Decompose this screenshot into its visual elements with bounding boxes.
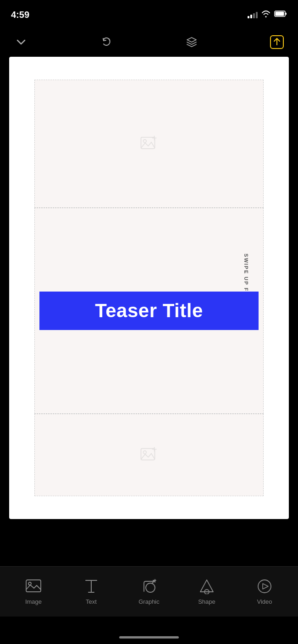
- svg-rect-1: [286, 13, 287, 15]
- shape-tool-icon: [199, 578, 215, 595]
- svg-point-7: [143, 140, 147, 143]
- teaser-title-block[interactable]: Teaser Title: [39, 292, 259, 330]
- graphic-tool-icon: [141, 578, 157, 595]
- bottom-toolbar: Image Text Graphic: [0, 566, 298, 617]
- home-indicator: [119, 636, 179, 639]
- graphic-tool-label: Graphic: [138, 598, 160, 605]
- image-placeholder-bottom: [140, 446, 158, 464]
- video-tool-icon: [256, 578, 273, 595]
- tool-shape[interactable]: Shape: [184, 578, 230, 605]
- chevron-down-button[interactable]: [11, 32, 31, 52]
- svg-point-20: [146, 583, 155, 592]
- teaser-title-text: Teaser Title: [95, 300, 203, 321]
- svg-point-19: [28, 582, 31, 585]
- panel-bottom[interactable]: [34, 414, 264, 496]
- image-tool-label: Image: [25, 598, 42, 605]
- tool-video[interactable]: Video: [242, 578, 287, 605]
- undo-button[interactable]: [96, 32, 116, 52]
- svg-marker-3: [187, 38, 196, 42]
- status-bar: 4:59: [0, 0, 298, 27]
- svg-rect-18: [26, 580, 41, 592]
- svg-marker-24: [200, 580, 213, 592]
- image-tool-icon: [25, 578, 42, 595]
- tool-text[interactable]: Text: [68, 578, 114, 605]
- svg-rect-14: [141, 449, 155, 460]
- svg-marker-27: [263, 584, 268, 589]
- panel-middle[interactable]: Teaser Title: [34, 208, 264, 414]
- layers-button[interactable]: [182, 32, 202, 52]
- svg-rect-2: [276, 12, 284, 16]
- share-button[interactable]: [267, 32, 287, 52]
- image-placeholder-top: [140, 135, 158, 153]
- shape-tool-label: Shape: [198, 598, 215, 605]
- battery-icon: [274, 10, 287, 19]
- svg-rect-6: [141, 137, 155, 149]
- video-tool-label: Video: [257, 598, 272, 605]
- text-tool-label: Text: [86, 598, 97, 605]
- svg-point-26: [258, 580, 271, 593]
- canvas-area: Teaser Title SWIPE UP FOR MORE: [9, 57, 289, 519]
- text-tool-icon: [83, 578, 99, 595]
- status-time: 4:59: [11, 10, 29, 20]
- signal-icon: [248, 11, 258, 18]
- svg-point-15: [143, 451, 147, 454]
- tool-graphic[interactable]: Graphic: [126, 578, 172, 605]
- app-toolbar: [0, 27, 298, 57]
- panel-top[interactable]: [34, 80, 264, 208]
- wifi-icon: [261, 10, 270, 19]
- tool-image[interactable]: Image: [11, 578, 56, 605]
- status-icons: [248, 10, 287, 19]
